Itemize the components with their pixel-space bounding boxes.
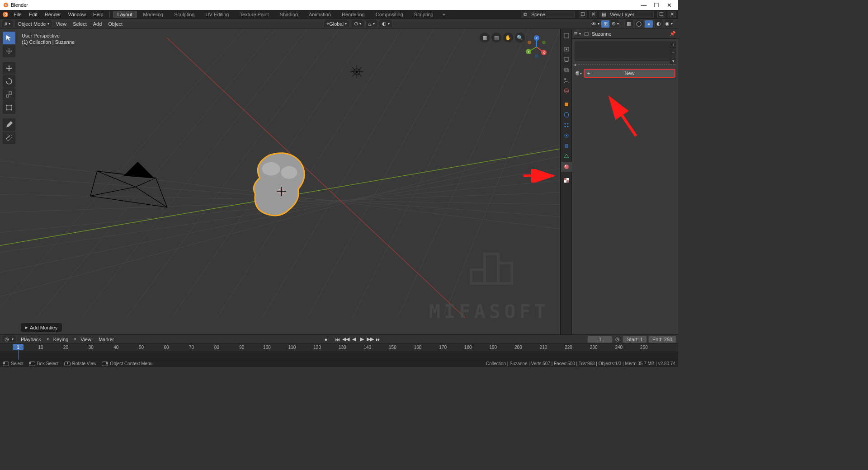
jump-start-button[interactable]: ⏮ — [334, 336, 341, 343]
last-operation-panel[interactable]: ▸ Add Monkey — [21, 323, 62, 332]
propedit-dropdown[interactable]: ◐▾ — [379, 20, 393, 28]
tab-constraints[interactable] — [561, 141, 572, 151]
tab-objdata[interactable] — [561, 151, 572, 161]
viewport-menu-object[interactable]: Object — [105, 20, 125, 28]
tool-rotate[interactable] — [3, 75, 15, 88]
tab-tool[interactable] — [561, 31, 572, 41]
viewlayer-new-button[interactable]: ☐ — [657, 11, 665, 18]
timeline-track[interactable]: 1020304050607080901001101201301401501601… — [0, 344, 678, 360]
scene-delete-button[interactable]: ✕ — [589, 11, 597, 18]
end-frame-field[interactable]: End: 250 — [648, 336, 676, 343]
current-frame-field[interactable]: 1 — [587, 336, 613, 343]
tab-viewlayer[interactable] — [561, 65, 572, 75]
material-slot-specials-button[interactable]: ▾ — [670, 58, 676, 64]
scene-name[interactable]: Scene — [529, 12, 575, 17]
gizmo-toggle-button[interactable]: ⊞ — [601, 20, 610, 28]
viewport-menu-add[interactable]: Add — [90, 20, 105, 28]
tab-render[interactable] — [561, 44, 572, 54]
tool-measure[interactable] — [3, 132, 15, 144]
tab-output[interactable] — [561, 55, 572, 65]
tab-texture[interactable] — [561, 175, 572, 185]
xray-toggle-button[interactable]: ▦ — [624, 20, 633, 28]
menu-file[interactable]: File — [11, 11, 24, 18]
overlay-toggle-button[interactable]: ⊚▾ — [611, 20, 620, 28]
workspace-tab-compositing[interactable]: Compositing — [371, 11, 408, 18]
workspace-tab-rendering[interactable]: Rendering — [337, 11, 369, 18]
shading-lookdev-button[interactable]: ◐ — [654, 20, 663, 28]
pan-view-button[interactable]: ✋ — [503, 33, 513, 42]
autoanimation-button[interactable]: ● — [322, 336, 330, 343]
workspace-tab-animation[interactable]: Animation — [304, 11, 335, 18]
tab-scene[interactable] — [561, 75, 572, 85]
material-slot-remove-button[interactable]: − — [670, 49, 676, 55]
tool-select-box[interactable] — [3, 32, 15, 44]
tool-move[interactable] — [3, 62, 15, 75]
scene-selector[interactable]: ⧉ Scene — [521, 11, 575, 18]
timeline-menu-playback[interactable]: Playback — [18, 336, 44, 343]
orientation-dropdown[interactable]: ⌖ Global▾ — [323, 20, 350, 28]
maximize-button[interactable]: ☐ — [650, 2, 663, 9]
viewlayer-delete-button[interactable]: ✕ — [668, 11, 676, 18]
timeline-playhead[interactable]: 1 — [13, 344, 24, 350]
workspace-tab-modeling[interactable]: Modeling — [139, 11, 168, 18]
keyframe-prev-button[interactable]: ◀◀ — [342, 336, 349, 343]
material-browse-icon[interactable]: ▾ — [575, 70, 582, 77]
scene-new-button[interactable]: ☐ — [579, 11, 587, 18]
play-reverse-button[interactable]: ◀ — [350, 336, 358, 343]
menu-edit[interactable]: Edit — [26, 11, 40, 18]
viewlayer-selector[interactable]: ▤ View Layer — [599, 11, 654, 18]
toggle-ortho-button[interactable]: ▤ — [491, 33, 501, 42]
viewlayer-name[interactable]: View Layer — [608, 12, 653, 17]
material-slot-list[interactable] — [575, 42, 675, 61]
editor-type-dropdown[interactable]: #▾ — [1, 20, 14, 28]
zoom-view-button[interactable]: 🔍 — [515, 33, 525, 42]
pivot-dropdown[interactable]: ⊙▾ — [351, 20, 364, 28]
workspace-add-button[interactable]: + — [440, 11, 448, 18]
play-button[interactable]: ▶ — [359, 336, 366, 343]
menu-help[interactable]: Help — [90, 11, 106, 18]
close-button[interactable]: ✕ — [663, 2, 675, 9]
overlay-visibility-button[interactable]: 👁▾ — [591, 20, 600, 28]
editor-type-icon[interactable]: ≣▾ — [574, 30, 581, 38]
tool-scale[interactable] — [3, 88, 15, 101]
material-new-button[interactable]: + New — [584, 69, 675, 78]
minimize-button[interactable]: — — [637, 2, 650, 9]
tab-particles[interactable] — [561, 120, 572, 130]
menu-window[interactable]: Window — [66, 11, 89, 18]
tab-object[interactable] — [561, 99, 572, 109]
shading-solid-button[interactable]: ● — [644, 20, 653, 28]
jump-end-button[interactable]: ⏭ — [375, 336, 382, 343]
snap-dropdown[interactable]: ⏢▾ — [365, 20, 378, 28]
viewport-3d[interactable]: User Perspective (1) Collection | Suzann… — [0, 29, 561, 334]
workspace-tab-texpaint[interactable]: Texture Paint — [235, 11, 273, 18]
viewport-menu-select[interactable]: Select — [70, 20, 90, 28]
tool-cursor[interactable] — [3, 45, 15, 57]
shading-rendered-button[interactable]: ◉▾ — [664, 20, 673, 28]
keyframe-next-button[interactable]: ▶▶ — [367, 336, 374, 343]
tab-modifiers[interactable] — [561, 110, 572, 120]
timeline-menu-marker[interactable]: Marker — [96, 336, 117, 343]
workspace-tab-scripting[interactable]: Scripting — [410, 11, 438, 18]
tool-annotate[interactable] — [3, 118, 15, 131]
viewport-menu-view[interactable]: View — [53, 20, 70, 28]
timeline-menu-view[interactable]: View — [78, 336, 94, 343]
menu-render[interactable]: Render — [42, 11, 64, 18]
workspace-tab-uv[interactable]: UV Editing — [201, 11, 233, 18]
tab-world[interactable] — [561, 86, 572, 96]
workspace-tab-sculpting[interactable]: Sculpting — [170, 11, 199, 18]
timeline-editor-type-dropdown[interactable]: ◷▾ — [2, 336, 16, 343]
tab-physics[interactable] — [561, 131, 572, 141]
pin-icon[interactable]: 📌 — [669, 30, 676, 38]
material-slot-add-button[interactable]: + — [670, 42, 676, 48]
mode-dropdown[interactable]: Object Mode▾ — [14, 20, 52, 28]
timeline-menu-keying[interactable]: Keying — [51, 336, 71, 343]
navigation-gizmo[interactable]: X Y Z — [524, 34, 549, 60]
shading-wireframe-button[interactable]: ◯ — [634, 20, 643, 28]
workspace-tab-shading[interactable]: Shading — [275, 11, 302, 18]
workspace-tab-layout[interactable]: Layout — [113, 11, 137, 18]
tab-material[interactable] — [561, 162, 572, 172]
svg-line-28 — [90, 187, 136, 196]
start-frame-field[interactable]: Start: 1 — [623, 336, 646, 343]
tool-transform[interactable] — [3, 101, 15, 114]
toggle-camera-view-button[interactable]: ▦ — [480, 33, 490, 42]
